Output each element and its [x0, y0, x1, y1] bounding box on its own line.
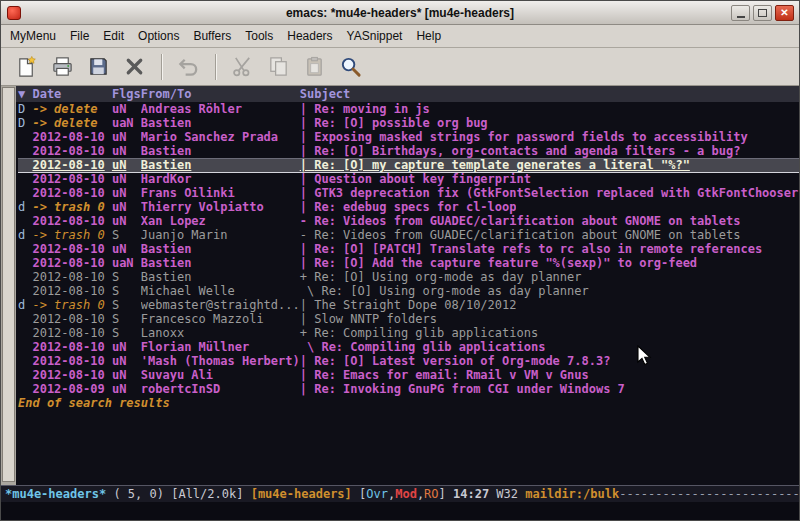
row-subject: Re: [O] Latest version of Org-mode 7.8.3… [314, 354, 610, 368]
menu-item-buffers[interactable]: Buffers [186, 26, 238, 46]
column-header-line: ▼ Date Flgs From/To Subject [16, 86, 799, 102]
row-date: 2012-08-10 [32, 354, 111, 368]
kill-buffer-icon[interactable] [117, 52, 151, 82]
maximize-button[interactable] [753, 5, 772, 21]
message-row[interactable]: d -> trash 0 S webmaster@straightd... | … [18, 298, 799, 312]
row-mark [18, 284, 32, 298]
end-of-results: End of search results [18, 396, 799, 410]
menu-item-yasnippet[interactable]: YASnippet [340, 26, 410, 46]
menu-item-file[interactable]: File [63, 26, 96, 46]
copy-icon[interactable] [261, 52, 295, 82]
message-row[interactable]: d -> trash 0 uN Thierry Volpiatto | Re: … [18, 200, 799, 214]
row-subject: Re: moving in js [314, 102, 430, 116]
row-subject: GTK3 deprecation fix (GtkFontSelection r… [314, 186, 799, 200]
row-mark [18, 368, 32, 382]
row-from: Lanoxx [141, 326, 300, 340]
message-row[interactable]: 2012-08-10 uN Suvayu Ali | Re: Emacs for… [18, 368, 799, 382]
column-header-flags[interactable]: Flgs [112, 86, 141, 102]
window-menu-icon[interactable] [7, 6, 21, 20]
row-flags: uN [112, 340, 141, 354]
row-date: -> trash 0 [32, 298, 111, 312]
message-row[interactable]: 2012-08-10 S Francesco Mazzoli | Slow NN… [18, 312, 799, 326]
row-from: Michael Welle [141, 284, 300, 298]
menu-item-edit[interactable]: Edit [96, 26, 131, 46]
row-mark: d [18, 228, 32, 242]
menu-item-help[interactable]: Help [409, 26, 448, 46]
row-from: Bastien [141, 270, 300, 284]
message-row[interactable]: D -> delete uN Andreas Röhler | Re: movi… [18, 102, 799, 116]
echo-area[interactable] [1, 502, 799, 520]
message-row[interactable]: 2012-08-09 uN robertcInSD | Re: Invoking… [18, 382, 799, 396]
menu-item-headers[interactable]: Headers [280, 26, 339, 46]
message-row[interactable]: d -> trash 0 S Juanjo Marin - Re: Videos… [18, 228, 799, 242]
row-subject: Re: Videos from GUADEC/clarification abo… [314, 228, 740, 242]
print-icon[interactable] [45, 52, 79, 82]
row-mark [18, 186, 32, 200]
row-mark [18, 242, 32, 256]
row-date: 2012-08-10 [32, 172, 111, 186]
new-file-icon[interactable] [9, 52, 43, 82]
row-sep: - [300, 228, 314, 242]
row-subject: Re: Emacs for email: Rmail v VM v Gnus [314, 368, 589, 382]
row-mark [18, 270, 32, 284]
row-subject: Re: [O] [PATCH] Translate refs to rc als… [314, 242, 762, 256]
row-sep: | [300, 242, 314, 256]
mu4e-headers-buffer: ▼ Date Flgs From/To Subject D -> delete … [16, 86, 799, 485]
row-subject: Re: Compiling glib applications [321, 340, 545, 354]
undo-icon[interactable] [171, 52, 205, 82]
message-row[interactable]: 2012-08-10 uN Frans Oilinki | GTK3 depre… [18, 186, 799, 200]
row-from: webmaster@straightd... [141, 298, 300, 312]
row-from: Florian Müllner [141, 340, 300, 354]
row-mark [18, 340, 32, 354]
message-row[interactable]: 2012-08-10 uN Bastien | Re: [O] my captu… [18, 158, 799, 172]
message-row[interactable]: 2012-08-10 S Lanoxx + Re: Compiling glib… [18, 326, 799, 340]
buffer-area: ▼ Date Flgs From/To Subject D -> delete … [1, 86, 799, 485]
message-row[interactable]: 2012-08-10 uN Mario Sanchez Prada | Expo… [18, 130, 799, 144]
row-subject: Question about key fingerprint [314, 172, 531, 186]
close-icon: ✕ [780, 8, 788, 18]
minimize-button[interactable] [731, 5, 750, 21]
message-row[interactable]: 2012-08-10 uN HardKor | Question about k… [18, 172, 799, 186]
row-mark: D [18, 102, 32, 116]
close-button[interactable]: ✕ [775, 5, 794, 21]
message-row[interactable]: D -> delete uaN Bastien | Re: [O] possib… [18, 116, 799, 130]
search-icon[interactable] [333, 52, 367, 82]
scrollbar[interactable] [1, 86, 16, 485]
save-icon[interactable] [81, 52, 115, 82]
row-flags: uN [112, 172, 141, 186]
row-subject: Re: [O] my capture template generates a … [314, 158, 690, 172]
column-header-subject[interactable]: Subject [300, 86, 351, 102]
modeline-segment: [mu4e-headers] [251, 487, 352, 501]
message-row[interactable]: 2012-08-10 S Michael Welle \ Re: [O] Usi… [18, 284, 799, 298]
message-row[interactable]: 2012-08-10 uN Bastien | Re: [O] Birthday… [18, 144, 799, 158]
modeline-segment: Mod [395, 487, 417, 501]
cut-icon[interactable] [225, 52, 259, 82]
column-header-from[interactable]: From/To [141, 86, 300, 102]
message-row[interactable]: 2012-08-10 uaN Bastien | Re: [O] Add the… [18, 256, 799, 270]
message-row[interactable]: 2012-08-10 uN Florian Müllner \ Re: Comp… [18, 340, 799, 354]
message-row[interactable]: 2012-08-10 S Bastien + Re: [O] Using org… [18, 270, 799, 284]
modeline-segment: [ [352, 487, 366, 501]
menu-item-mymenu[interactable]: MyMenu [3, 26, 63, 46]
row-date: -> delete [32, 102, 111, 116]
row-flags: uN [112, 382, 141, 396]
row-sep: + [300, 270, 314, 284]
row-date: -> delete [32, 116, 111, 130]
message-row[interactable]: 2012-08-10 uN Xan Lopez - Re: Videos fro… [18, 214, 799, 228]
modeline-segment: RO [424, 487, 438, 501]
paste-icon[interactable] [297, 52, 331, 82]
menu-item-options[interactable]: Options [131, 26, 186, 46]
column-header-date[interactable]: ▼ Date [18, 86, 112, 102]
message-row[interactable]: 2012-08-10 uN 'Mash (Thomas Herbert) | R… [18, 354, 799, 368]
row-flags: S [112, 284, 141, 298]
message-row[interactable]: 2012-08-10 uN Bastien | Re: [O] [PATCH] … [18, 242, 799, 256]
row-subject: Re: Invoking GnuPG from CGI under Window… [314, 382, 625, 396]
row-date: 2012-08-10 [32, 186, 111, 200]
row-from: 'Mash (Thomas Herbert) [141, 354, 300, 368]
row-subject: Re: Videos from GUADEC/clarification abo… [314, 214, 740, 228]
menu-item-tools[interactable]: Tools [238, 26, 280, 46]
row-date: 2012-08-10 [32, 144, 111, 158]
row-from: Juanjo Marin [141, 228, 300, 242]
row-date: 2012-08-10 [32, 256, 111, 270]
scrollbar-thumb[interactable] [2, 87, 15, 482]
